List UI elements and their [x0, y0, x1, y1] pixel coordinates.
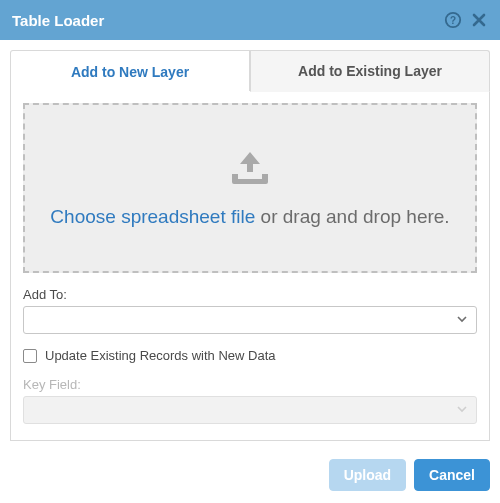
- existing-layer-panel: Choose spreadsheet file or drag and drop…: [10, 91, 490, 441]
- dropzone-text: Choose spreadsheet file or drag and drop…: [50, 206, 449, 228]
- chevron-down-icon: [456, 311, 468, 329]
- button-label: Upload: [344, 467, 391, 483]
- table-loader-dialog: Table Loader ? Add to New Layer Add to E…: [0, 0, 500, 503]
- key-field-label: Key Field:: [23, 377, 477, 392]
- key-field-select: [23, 396, 477, 424]
- choose-file-link[interactable]: Choose spreadsheet file: [50, 206, 255, 227]
- tab-add-to-new-layer[interactable]: Add to New Layer: [10, 50, 250, 92]
- titlebar-controls: ?: [444, 11, 488, 29]
- chevron-down-icon: [456, 401, 468, 419]
- update-existing-label: Update Existing Records with New Data: [45, 348, 276, 363]
- update-existing-row: Update Existing Records with New Data: [23, 348, 477, 363]
- help-icon[interactable]: ?: [444, 11, 462, 29]
- button-label: Cancel: [429, 467, 475, 483]
- upload-icon: [226, 148, 274, 192]
- dialog-footer: Upload Cancel: [0, 447, 500, 503]
- dialog-title: Table Loader: [12, 12, 444, 29]
- tabs: Add to New Layer Add to Existing Layer: [10, 50, 490, 92]
- tab-label: Add to Existing Layer: [298, 63, 442, 79]
- update-existing-checkbox[interactable]: [23, 349, 37, 363]
- tab-label: Add to New Layer: [71, 64, 189, 80]
- add-to-label: Add To:: [23, 287, 477, 302]
- upload-button[interactable]: Upload: [329, 459, 406, 491]
- titlebar: Table Loader ?: [0, 0, 500, 40]
- file-dropzone[interactable]: Choose spreadsheet file or drag and drop…: [23, 103, 477, 273]
- add-to-select[interactable]: [23, 306, 477, 334]
- dropzone-rest-text: or drag and drop here.: [255, 206, 449, 227]
- cancel-button[interactable]: Cancel: [414, 459, 490, 491]
- dialog-body: Add to New Layer Add to Existing Layer C…: [0, 40, 500, 447]
- svg-text:?: ?: [450, 15, 456, 26]
- close-icon[interactable]: [470, 11, 488, 29]
- tab-add-to-existing-layer[interactable]: Add to Existing Layer: [250, 50, 490, 92]
